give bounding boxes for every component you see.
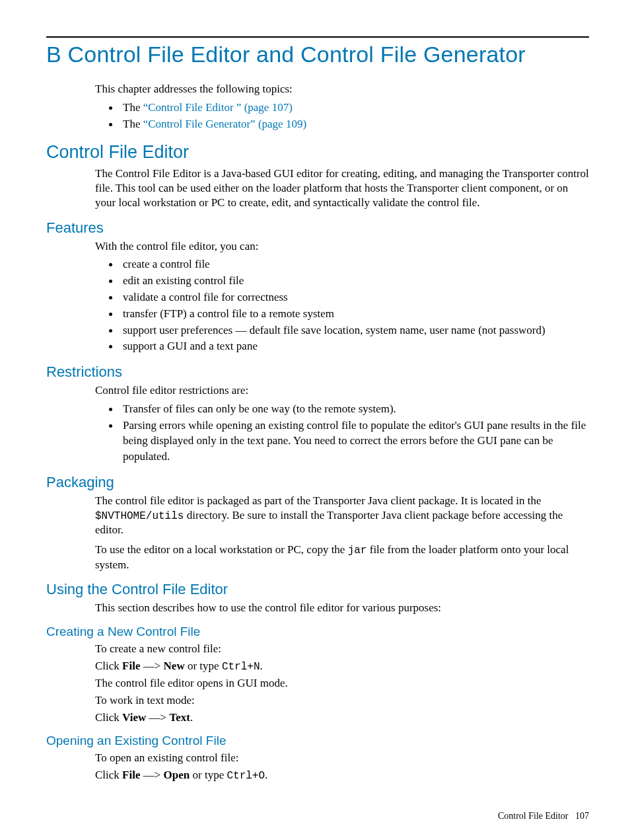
creating-l3: The control file editor opens in GUI mod…	[95, 676, 589, 691]
packaging-p1: The control file editor is packaged as p…	[95, 494, 589, 537]
link-cfe[interactable]: “Control File Editor ” (page 107)	[143, 101, 293, 114]
packaging-body: The control file editor is packaged as p…	[95, 494, 589, 572]
creating-l1: To create a new control file:	[95, 642, 589, 656]
menu-new: New	[164, 660, 185, 672]
list-item: support user preferences — default file …	[120, 322, 589, 338]
list-item: Parsing errors while opening an existing…	[120, 417, 589, 465]
link-cfg[interactable]: “Control File Generator” (page 109)	[143, 118, 306, 130]
subsection-restrictions: Restrictions	[46, 363, 589, 381]
cfe-body: The Control File Editor is a Java-based …	[95, 167, 589, 210]
cfe-para: The Control File Editor is a Java-based …	[95, 167, 589, 210]
using-para: This section describes how to use the co…	[95, 601, 589, 615]
creating-body: To create a new control file: Click File…	[95, 642, 589, 724]
footer-page-number: 107	[575, 811, 589, 821]
intro-item: The “Control File Editor ” (page 107)	[120, 99, 589, 116]
shortcut-ctrl-n: Ctrl+N	[222, 661, 260, 673]
restrictions-list: Transfer of files can only be one way (t…	[95, 401, 589, 465]
footer-label: Control File Editor	[498, 811, 569, 821]
menu-file: File	[122, 769, 140, 781]
list-item: Transfer of files can only be one way (t…	[120, 401, 589, 417]
intro-item: The “Control File Generator” (page 109)	[120, 116, 589, 132]
section-control-file-editor: Control File Editor	[46, 142, 589, 163]
creating-l4: To work in text mode:	[95, 693, 589, 708]
features-list: create a control file edit an existing c…	[95, 256, 589, 354]
intro-list: The “Control File Editor ” (page 107) Th…	[95, 99, 589, 132]
list-item: edit an existing control file	[120, 272, 589, 289]
subsub-opening: Opening an Existing Control File	[46, 734, 589, 748]
subsection-packaging: Packaging	[46, 474, 589, 491]
subsection-features: Features	[46, 219, 589, 237]
packaging-p2: To use the editor on a local workstation…	[95, 543, 589, 572]
restrictions-body: Control file editor restrictions are: Tr…	[95, 383, 589, 465]
creating-l2: Click File —> New or type Ctrl+N.	[95, 659, 589, 673]
subsection-using: Using the Control File Editor	[46, 581, 589, 598]
opening-body: To open an existing control file: Click …	[95, 751, 589, 783]
shortcut-ctrl-o: Ctrl+O	[227, 770, 265, 782]
menu-view: View	[122, 711, 146, 724]
page-footer: Control File Editor 107	[498, 811, 589, 821]
menu-file: File	[122, 660, 140, 672]
code-nvthome: $NVTHOME/utils	[95, 510, 184, 522]
subsub-creating: Creating a New Control File	[46, 625, 589, 639]
restrictions-lead: Control file editor restrictions are:	[95, 383, 589, 398]
menu-open: Open	[164, 769, 190, 781]
features-lead: With the control file editor, you can:	[95, 239, 589, 254]
page: B Control File Editor and Control File G…	[0, 0, 630, 840]
top-rule	[46, 36, 589, 38]
menu-text: Text	[169, 711, 190, 724]
intro-lead: This chapter addresses the following top…	[95, 82, 589, 96]
list-item: transfer (FTP) a control file to a remot…	[120, 305, 589, 322]
creating-l5: Click View —> Text.	[95, 710, 589, 725]
opening-l1: To open an existing control file:	[95, 751, 589, 765]
list-item: validate a control file for correctness	[120, 289, 589, 305]
features-body: With the control file editor, you can: c…	[95, 239, 589, 355]
code-jar: jar	[348, 545, 367, 556]
page-title: B Control File Editor and Control File G…	[46, 42, 589, 67]
opening-l2: Click File —> Open or type Ctrl+O.	[95, 768, 589, 783]
intro-block: This chapter addresses the following top…	[95, 82, 589, 132]
using-body: This section describes how to use the co…	[95, 601, 589, 615]
list-item: create a control file	[120, 256, 589, 272]
list-item: support a GUI and a text pane	[120, 338, 589, 354]
